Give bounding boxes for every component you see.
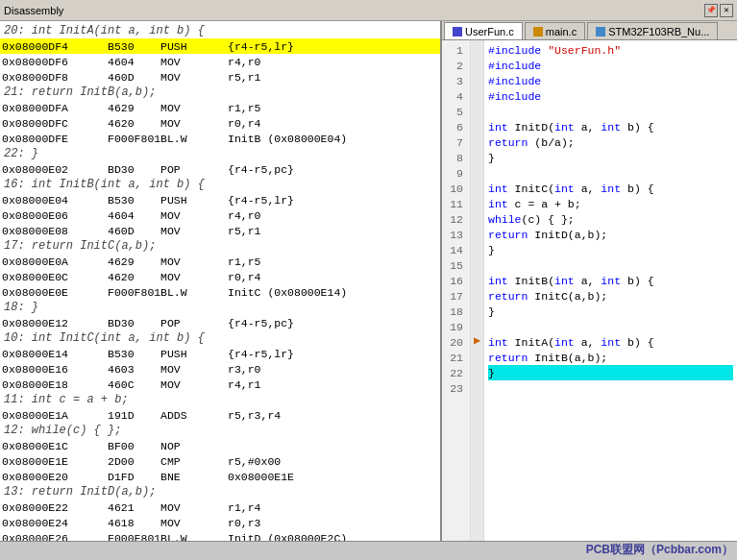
dis-opcode: BD30 <box>108 317 160 329</box>
dis-opcode: 2D00 <box>108 455 160 468</box>
dis-mnemonic: BNE <box>160 471 228 483</box>
dis-mnemonic: MOV <box>160 378 228 391</box>
code-text-16: int InitB(int a, int b) { <box>488 275 654 287</box>
tab-item-1[interactable]: main.c <box>525 22 585 39</box>
dis-opcode: B530 <box>108 40 160 53</box>
window-title: Disassembly <box>4 5 704 16</box>
dis-address: 0x08000E04 <box>2 194 108 207</box>
dis-opcode: F000F801 <box>108 133 160 145</box>
disassembly-line: 0x08000E0C4620MOVr0,r4 <box>0 269 440 284</box>
dis-operand: {r4-r5,lr} <box>228 194 294 207</box>
line-number-20: 20 <box>446 334 466 350</box>
dis-opcode: 191D <box>108 409 160 422</box>
arrow-indicator-16 <box>471 271 483 286</box>
code-line-12: while(c) { }; <box>488 211 733 227</box>
code-line-8: } <box>488 150 733 165</box>
disassembly-content[interactable]: 20: int InitA(int a, int b) {0x08000DF4B… <box>0 21 440 541</box>
dis-address: 0x08000DFA <box>2 102 108 114</box>
line-number-18: 18 <box>446 304 466 319</box>
code-line-16: int InitB(int a, int b) { <box>488 273 733 288</box>
tab-label-1: main.c <box>546 26 577 37</box>
disassembly-line: 0x08000DF4B530PUSH{r4-r5,lr} <box>0 38 440 54</box>
tab-label-0: UserFun.c <box>465 26 514 37</box>
disassembly-line: 0x08000DF64604MOVr4,r0 <box>0 54 440 69</box>
dis-operand: {r4-r5,pc} <box>228 317 294 329</box>
dis-address: 0x08000E1C <box>2 440 108 452</box>
code-line-18: } <box>488 304 733 319</box>
disassembly-line: 0x08000E18460CMOVr4,r1 <box>0 377 440 392</box>
dis-label-text: 10: int InitC(int a, int b) { <box>4 331 205 345</box>
code-panel: UserFun.cmain.cSTM32F103RB_Nu... 1234567… <box>442 21 737 541</box>
dis-mnemonic: POP <box>160 317 228 329</box>
dis-operand: {r4-r5,lr} <box>228 40 294 53</box>
disassembly-line: 0x08000E04B530PUSH{r4-r5,lr} <box>0 192 440 207</box>
dis-operand: r4,r1 <box>228 378 261 391</box>
line-number-14: 14 <box>446 242 466 257</box>
disassembly-line: 0x08000E20D1FDBNE0x08000E1E <box>0 469 440 484</box>
code-line-15 <box>488 257 733 273</box>
dis-opcode: 4603 <box>108 363 160 376</box>
line-number-10: 10 <box>446 181 466 196</box>
code-line-11: int c = a + b; <box>488 196 733 211</box>
line-number-5: 5 <box>446 104 466 119</box>
arrow-indicator-9 <box>471 163 483 179</box>
dis-mnemonic: MOV <box>160 102 228 114</box>
dis-label-text: 22: } <box>4 147 38 160</box>
disassembly-line: 0x08000E164603MOVr3,r0 <box>0 361 440 377</box>
pin-button[interactable]: 📌 <box>704 4 718 17</box>
dis-mnemonic: MOV <box>160 363 228 376</box>
code-line-3: #include <box>488 73 733 88</box>
tab-item-2[interactable]: STM32F103RB_Nu... <box>587 22 718 39</box>
disassembly-line: 0x08000E1A191DADDSr5,r3,r4 <box>0 407 440 423</box>
arrow-indicator-18 <box>471 302 483 317</box>
disassembly-panel: 20: int InitA(int a, int b) {0x08000DF4B… <box>0 21 442 541</box>
dis-opcode: 4621 <box>108 501 160 514</box>
arrow-indicator-20: ▶ <box>471 332 483 348</box>
code-line-2: #include <box>488 58 733 73</box>
disassembly-line: 16: int InitB(int a, int b) { <box>0 177 440 192</box>
close-button[interactable]: ✕ <box>720 4 733 17</box>
dis-label-text: 13: return InitD(a,b); <box>4 485 156 499</box>
dis-address: 0x08000DFE <box>2 133 108 145</box>
dis-address: 0x08000DF4 <box>2 40 108 53</box>
dis-address: 0x08000E0C <box>2 271 108 283</box>
dis-operand: r0,r4 <box>228 117 261 130</box>
dis-operand: InitC (0x08000E14) <box>228 286 347 299</box>
dis-operand: r0,r3 <box>228 517 261 529</box>
arrow-indicator-5 <box>471 102 483 117</box>
disassembly-line: 12: while(c) { }; <box>0 423 440 438</box>
arrow-indicator-3 <box>471 71 483 86</box>
dis-mnemonic: MOV <box>160 256 228 268</box>
line-number-17: 17 <box>446 288 466 304</box>
dis-mnemonic: MOV <box>160 271 228 283</box>
dis-label-text: 16: int InitB(int a, int b) { <box>4 178 205 191</box>
line-numbers: 1234567891011121314151617181920212223 <box>442 40 471 541</box>
dis-operand: r4,r0 <box>228 209 261 222</box>
dis-mnemonic: MOV <box>160 56 228 68</box>
dis-address: 0x08000E20 <box>2 471 108 483</box>
disassembly-line: 13: return InitD(a,b); <box>0 484 440 499</box>
disassembly-line: 0x08000DFA4629MOVr1,r5 <box>0 100 440 115</box>
dis-address: 0x08000E26 <box>2 532 108 542</box>
arrow-indicator-22 <box>471 363 483 378</box>
line-number-13: 13 <box>446 227 466 242</box>
arrow-indicator-6 <box>471 117 483 133</box>
arrow-indicator-13 <box>471 225 483 240</box>
code-line-14: } <box>488 242 733 257</box>
code-area[interactable]: 1234567891011121314151617181920212223 ▶ … <box>442 40 737 541</box>
arrow-indicator-11 <box>471 194 483 209</box>
dis-operand: r5,r1 <box>228 71 261 84</box>
line-number-12: 12 <box>446 211 466 227</box>
code-line-7: return (b/a); <box>488 134 733 150</box>
code-line-4: #include <box>488 88 733 104</box>
dis-opcode: 4620 <box>108 117 160 130</box>
dis-opcode: 4629 <box>108 256 160 268</box>
code-text-13: return InitD(a,b); <box>488 229 607 241</box>
dis-address: 0x08000E18 <box>2 378 108 391</box>
dis-mnemonic: POP <box>160 163 228 176</box>
dis-operand: r1,r5 <box>228 102 261 114</box>
dis-label-text: 20: int InitA(int a, int b) { <box>4 24 205 37</box>
code-line-19 <box>488 319 733 334</box>
dis-mnemonic: MOV <box>160 209 228 222</box>
tab-item-0[interactable]: UserFun.c <box>444 22 523 39</box>
